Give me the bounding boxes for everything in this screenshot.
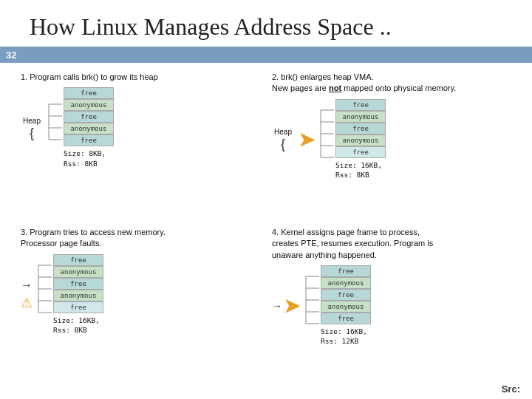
q2-block-2: free [335,123,386,134]
q4-size-val: Size: 16KB, [321,327,367,335]
q1-left-stack-col: free anonymous free anonymous free Size:… [64,87,114,168]
heap-text-q1: Heap [23,117,41,125]
slide-number-bar: 32 [0,47,532,63]
q3-mem-area: free anonymous free anonymous free Size:… [37,254,103,335]
q3-diagram: → ⚠ free anonymous free [21,254,260,335]
q2-left-stack-col: free anonymous free anonymous free Size:… [335,99,386,180]
q3-rss-val: Rss: 8KB [53,326,87,334]
q4-connector-left-svg [304,269,321,343]
q4-l-block-1: anonymous [321,277,371,289]
q1-size-val: Size: 8KB, [64,149,106,157]
q2-size: Size: 16KB, Rss: 8KB [335,160,382,180]
q3-block-0: free [53,254,103,266]
q1-brace: { [30,126,34,140]
q3-size-val: Size: 16KB, [53,316,100,324]
q4-l-block-4: free [321,313,371,324]
q2-left-stack: free anonymous free anonymous free [335,99,386,158]
q4-mem-area: free anonymous free anonymous free Size:… [304,265,371,347]
q3-block-2: free [53,278,103,290]
q3-connector-svg [37,258,53,332]
q4-big-arrow: ➤ [284,296,300,316]
q2-connector-svg [319,103,335,177]
q3-left-indicators: → ⚠ [21,279,33,311]
q2-block-4: free [335,146,386,158]
q4-left-stack-col: free anonymous free anonymous free Size:… [321,265,371,347]
q1-heap-label: Heap { [21,117,43,140]
q2-arrow: ➤ [299,130,315,149]
q2-mem-area: free anonymous free anonymous free Size:… [319,99,386,180]
q1-left-stack: free anonymous free anonymous free [64,87,114,146]
q4-line3: unaware anything happened. [272,250,377,259]
q3-left-stack: free anonymous free anonymous free [53,254,103,313]
quadrant-4: 4. Kernel assigns page frame to process,… [266,222,517,378]
quadrant-2: 2. brk() enlarges heap VMA. New pages ar… [266,67,517,222]
quadrant-1: 1. Program calls brk() to grow its heap … [15,67,266,222]
quadrant-3: 3. Program tries to access new memory. P… [15,222,266,378]
q1-block-4: free [64,134,114,146]
q2-not: not [329,83,341,92]
q4-line2: creates PTE, resumes execution. Program … [272,239,433,248]
q2-line1: 2. brk() enlarges heap VMA. [272,72,374,81]
q3-line1: 3. Program tries to access new memory. [21,228,166,236]
q2-brace: { [281,137,285,151]
q1-block-1: anonymous [64,99,114,111]
src-label: Src: [502,383,520,395]
q1-mem-area: free anonymous free anonymous free Size:… [47,87,114,168]
q1-block-0: free [64,87,114,99]
q4-line1: 4. Kernel assigns page frame to process, [272,228,420,236]
q3-block-4: free [53,301,103,313]
q3-size: Size: 16KB, Rss: 8KB [53,316,100,335]
q4-two-stacks: free anonymous free anonymous free Size:… [321,265,371,347]
q1-text: 1. Program calls brk() to grow its heap [21,72,260,83]
q2-size-val: Size: 16KB, [335,161,382,169]
slide-title: How Linux Manages Address Space .. [0,0,532,47]
heap-text-q2: Heap [274,128,292,136]
q4-small-arrow: → [272,300,282,312]
q2-block-1: anonymous [335,111,386,123]
q4-l-block-0: free [321,265,371,277]
q3-text: 3. Program tries to access new memory. P… [21,227,260,250]
q3-left-stack-col: free anonymous free anonymous free Size:… [53,254,103,335]
q3-block-1: anonymous [53,266,103,278]
q2-heap-label: Heap { [272,128,294,151]
q2-diagram: Heap { ➤ free anonymous [272,99,511,180]
q4-text: 4. Kernel assigns page frame to process,… [272,227,511,261]
slide-number: 32 [6,50,16,61]
q3-line2: Processor page faults. [21,239,101,248]
q3-warning-icon: ⚠ [21,295,33,311]
q1-block-2: free [64,111,114,123]
q2-block-0: free [335,99,386,111]
q1-diagram: Heap { free anonymous free ano [21,87,260,168]
q4-l-block-3: anonymous [321,301,371,313]
q1-size: Size: 8KB, Rss: 8KB [64,149,106,168]
q4-arrow-area: → ➤ [272,296,300,316]
q4-rss-val: Rss: 12KB [321,337,358,345]
q1-line1: 1. Program calls brk() to grow its heap [21,72,158,81]
q4-l-block-2: free [321,289,371,301]
q2-text: 2. brk() enlarges heap VMA. New pages ar… [272,72,511,95]
q3-small-arrow: → [21,279,33,292]
q2-line2-post: mapped onto physical memory. [341,83,456,92]
q1-connector-svg [47,97,64,160]
q2-rss-val: Rss: 8KB [335,171,369,179]
q4-left-stack: free anonymous free anonymous free [321,265,371,324]
q4-size: Size: 16KB, Rss: 12KB [321,327,367,347]
content-area: 1. Program calls brk() to grow its heap … [0,67,532,385]
q4-diagram: → ➤ free anonymous [272,265,511,347]
q1-rss-val: Rss: 8KB [64,160,98,168]
q2-line2-pre: New pages are [272,83,329,92]
q3-block-3: anonymous [53,290,103,301]
q2-block-3: anonymous [335,134,386,146]
q1-block-3: anonymous [64,123,114,134]
